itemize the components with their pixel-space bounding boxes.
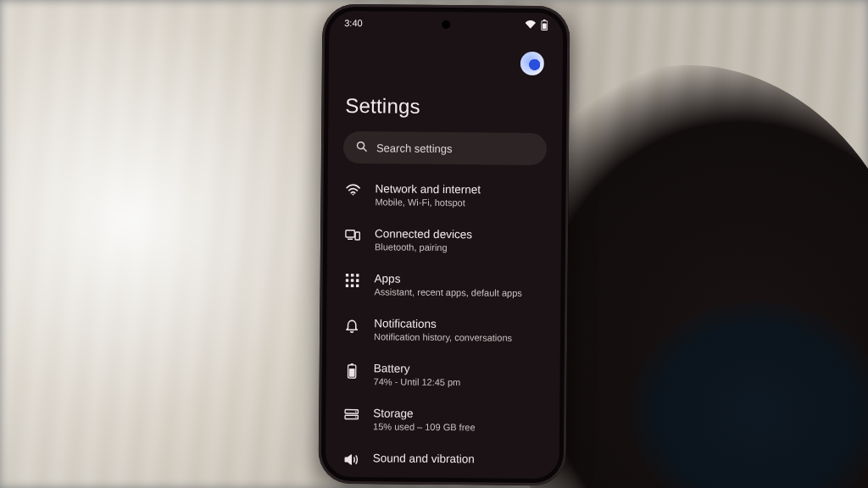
svg-rect-6	[346, 230, 355, 237]
svg-rect-12	[346, 279, 349, 282]
apps-icon	[344, 274, 361, 287]
svg-rect-7	[355, 232, 359, 240]
item-title: Apps	[375, 272, 522, 286]
svg-rect-2	[542, 23, 547, 29]
item-title: Storage	[373, 407, 476, 420]
svg-rect-10	[351, 274, 354, 277]
sound-icon	[342, 453, 359, 466]
item-subtitle: 74% - Until 12:45 pm	[374, 376, 461, 387]
item-title: Network and internet	[376, 182, 481, 196]
search-placeholder: Search settings	[376, 141, 453, 155]
status-bar: 3:40	[329, 11, 563, 36]
svg-line-4	[364, 148, 366, 151]
status-time: 3:40	[344, 18, 363, 28]
battery-icon	[541, 19, 548, 30]
wifi-icon	[345, 184, 362, 196]
item-title: Sound and vibration	[373, 452, 475, 465]
svg-rect-17	[356, 285, 359, 288]
settings-item-battery[interactable]: Battery 74% - Until 12:45 pm	[341, 352, 544, 398]
item-subtitle: Notification history, conversations	[374, 331, 512, 342]
settings-item-notifications[interactable]: Notifications Notification history, conv…	[342, 307, 545, 353]
svg-rect-14	[356, 279, 359, 282]
settings-item-connected-devices[interactable]: Connected devices Bluetooth, pairing	[342, 217, 546, 263]
svg-point-5	[353, 193, 354, 195]
storage-icon	[342, 408, 359, 420]
svg-rect-16	[351, 284, 354, 287]
item-title: Notifications	[374, 317, 512, 330]
wifi-icon	[525, 20, 536, 29]
settings-item-apps[interactable]: Apps Assistant, recent apps, default app…	[342, 262, 545, 308]
item-subtitle: Assistant, recent apps, default apps	[374, 286, 521, 298]
svg-point-3	[357, 142, 364, 149]
svg-rect-15	[346, 284, 349, 287]
item-subtitle: Bluetooth, pairing	[375, 241, 472, 252]
settings-item-sound[interactable]: Sound and vibration	[341, 441, 544, 478]
battery-icon	[343, 363, 360, 379]
svg-rect-20	[348, 369, 354, 377]
page-title: Settings	[345, 94, 547, 119]
item-subtitle: 15% used – 109 GB free	[373, 421, 476, 432]
settings-item-storage[interactable]: Storage 15% used – 109 GB free	[341, 396, 544, 443]
profile-avatar[interactable]	[520, 52, 544, 75]
search-settings[interactable]: Search settings	[343, 131, 547, 165]
item-title: Connected devices	[375, 227, 472, 241]
svg-rect-11	[356, 274, 359, 277]
svg-point-23	[355, 411, 357, 413]
devices-icon	[344, 229, 361, 241]
item-subtitle: Mobile, Wi-Fi, hotspot	[375, 197, 481, 208]
phone-screen: 3:40 Settings	[326, 11, 564, 479]
svg-point-24	[354, 417, 356, 419]
svg-rect-13	[351, 279, 354, 282]
phone-frame: 3:40 Settings	[319, 4, 570, 486]
search-icon	[355, 140, 368, 155]
svg-rect-9	[346, 274, 349, 277]
bell-icon	[343, 319, 360, 333]
item-title: Battery	[374, 362, 461, 375]
settings-item-network[interactable]: Network and internet Mobile, Wi-Fi, hots…	[342, 172, 546, 219]
settings-list: Network and internet Mobile, Wi-Fi, hots…	[341, 172, 547, 478]
